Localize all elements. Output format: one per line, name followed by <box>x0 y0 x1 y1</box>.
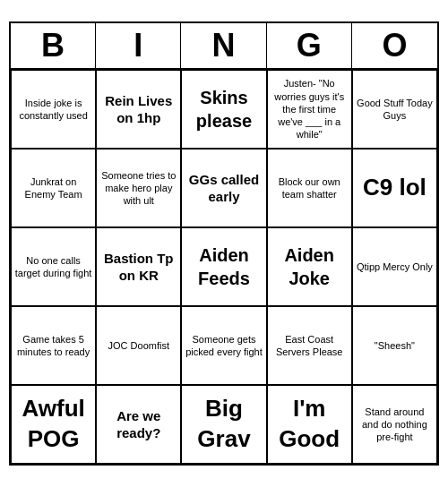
cell-7: GGs called early <box>181 149 266 227</box>
cell-22: Big Grav <box>181 385 266 464</box>
letter-n: N <box>181 23 266 68</box>
letter-i: I <box>96 23 181 68</box>
cell-1: Rein Lives on 1hp <box>96 70 181 149</box>
cell-2: Skins please <box>181 70 266 149</box>
cell-5: Junkrat on Enemy Team <box>11 149 96 227</box>
cell-19: "Sheesh" <box>352 306 437 385</box>
bingo-grid: Inside joke is constantly usedRein Lives… <box>11 70 437 464</box>
letter-g: G <box>267 23 352 68</box>
cell-12: Aiden Feeds <box>181 227 266 306</box>
cell-11: Bastion Tp on KR <box>96 227 181 306</box>
letter-b: B <box>11 23 96 68</box>
cell-15: Game takes 5 minutes to ready <box>11 306 96 385</box>
cell-9: C9 lol <box>352 149 437 227</box>
cell-8: Block our own team shatter <box>267 149 352 227</box>
cell-4: Good Stuff Today Guys <box>352 70 437 149</box>
cell-3: Justen- "No worries guys it's the first … <box>267 70 352 149</box>
cell-0: Inside joke is constantly used <box>11 70 96 149</box>
letter-o: O <box>352 23 437 68</box>
cell-21: Are we ready? <box>96 385 181 464</box>
bingo-card: B I N G O Inside joke is constantly used… <box>9 21 439 466</box>
cell-17: Someone gets picked every fight <box>181 306 266 385</box>
cell-20: Awful POG <box>11 385 96 464</box>
cell-23: I'm Good <box>267 385 352 464</box>
cell-16: JOC Doomfist <box>96 306 181 385</box>
cell-6: Someone tries to make hero play with ult <box>96 149 181 227</box>
bingo-header: B I N G O <box>11 23 437 70</box>
cell-10: No one calls target during fight <box>11 227 96 306</box>
cell-24: Stand around and do nothing pre-fight <box>352 385 437 464</box>
cell-13: Aiden Joke <box>267 227 352 306</box>
cell-14: Qtipp Mercy Only <box>352 227 437 306</box>
cell-18: East Coast Servers Please <box>267 306 352 385</box>
